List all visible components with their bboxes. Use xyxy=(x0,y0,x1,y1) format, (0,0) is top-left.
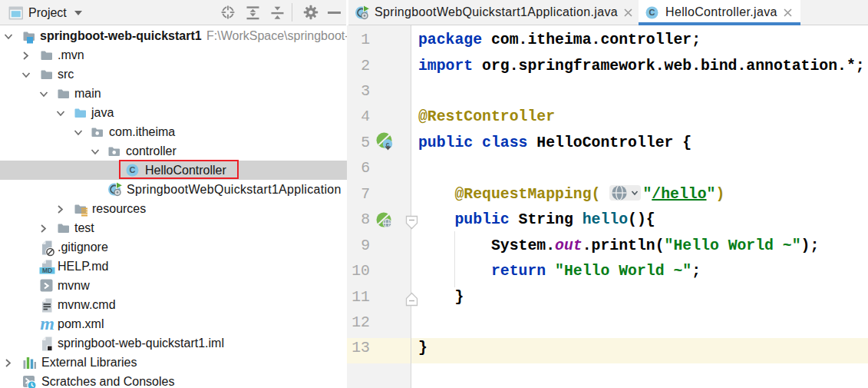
svg-text:m: m xyxy=(40,317,54,332)
svg-text:C: C xyxy=(649,8,655,17)
svg-text:MD: MD xyxy=(42,267,52,274)
